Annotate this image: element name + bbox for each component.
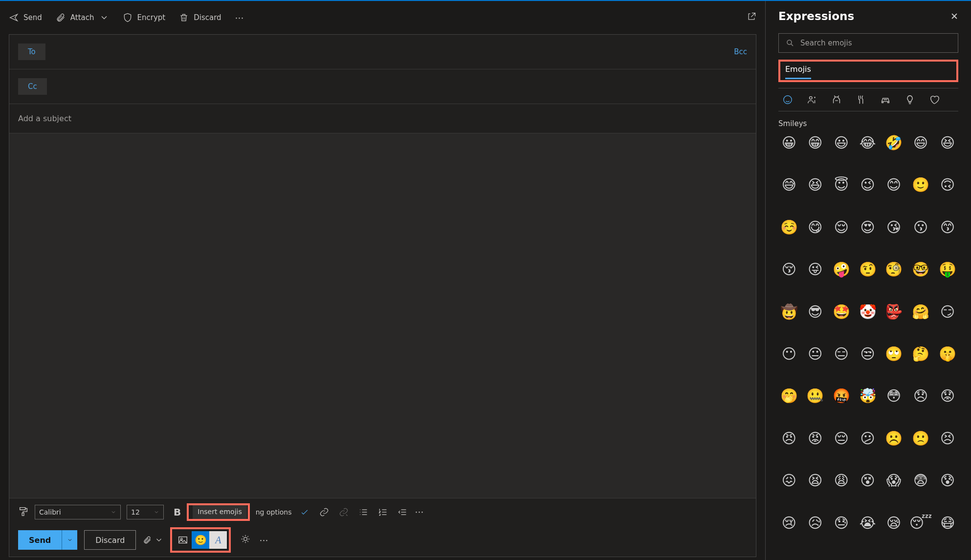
emoji-search-input[interactable]: [800, 39, 951, 47]
emoji-cell[interactable]: 😠: [778, 430, 800, 467]
emoji-cell[interactable]: 😜: [805, 260, 826, 298]
emoji-cell[interactable]: 🤑: [937, 260, 958, 298]
bulleted-list-button[interactable]: [356, 505, 370, 519]
emoji-cell[interactable]: 🤡: [857, 303, 879, 340]
encrypt-button[interactable]: Encrypt: [123, 13, 166, 22]
emoji-cell[interactable]: 😨: [909, 472, 932, 509]
emoji-cell[interactable]: 🤔: [909, 345, 932, 382]
format-more-button[interactable]: ⋯: [415, 507, 425, 517]
emoji-cell[interactable]: ☹️: [883, 430, 905, 467]
emoji-cell[interactable]: 😊: [883, 176, 905, 213]
attach-mini-button[interactable]: [143, 536, 163, 544]
cc-button[interactable]: Cc: [18, 78, 47, 95]
check-format-button[interactable]: [298, 505, 311, 519]
emoji-cell[interactable]: 🤫: [937, 345, 958, 382]
category-objects[interactable]: [905, 94, 915, 105]
emoji-cell[interactable]: 😍: [857, 218, 879, 256]
attach-button[interactable]: Attach: [56, 13, 109, 22]
emoji-cell[interactable]: 😡: [805, 430, 826, 467]
emoji-cell[interactable]: 😁: [805, 134, 826, 171]
emoji-cell[interactable]: 😣: [937, 430, 958, 467]
link-button[interactable]: [317, 505, 331, 519]
emoji-search[interactable]: [778, 33, 958, 53]
emoji-cell[interactable]: 😳: [883, 387, 905, 424]
format-painter-button[interactable]: [18, 506, 29, 518]
emoji-cell[interactable]: 😚: [778, 260, 800, 298]
brightness-button[interactable]: [241, 534, 250, 546]
emoji-cell[interactable]: 😵: [857, 472, 879, 509]
insert-font-button[interactable]: A: [209, 531, 227, 549]
category-travel[interactable]: [880, 94, 891, 105]
emoji-cell[interactable]: 😔: [831, 430, 852, 467]
emoji-cell[interactable]: 🙁: [909, 430, 932, 467]
emoji-cell[interactable]: 🤯: [857, 387, 879, 424]
emoji-cell[interactable]: 😩: [831, 472, 852, 509]
message-body[interactable]: [9, 133, 756, 498]
emoji-cell[interactable]: 😃: [831, 134, 852, 171]
category-animals[interactable]: [831, 94, 842, 105]
emoji-cell[interactable]: 🙄: [883, 345, 905, 382]
emoji-cell[interactable]: 😆: [937, 134, 958, 171]
emoji-cell[interactable]: 😢: [778, 514, 800, 551]
send-top-button[interactable]: Send: [9, 13, 42, 22]
emoji-cell[interactable]: 🤗: [909, 303, 932, 340]
emoji-cell[interactable]: 😇: [831, 176, 852, 213]
emoji-cell[interactable]: 😴: [909, 514, 932, 551]
emojis-tab[interactable]: Emojis: [785, 65, 811, 79]
category-people[interactable]: [807, 94, 817, 105]
emoji-cell[interactable]: 🤓: [909, 260, 932, 298]
emoji-cell[interactable]: 😀: [778, 134, 800, 171]
emoji-cell[interactable]: 😷: [937, 514, 958, 551]
emoji-cell[interactable]: 🤨: [857, 260, 879, 298]
emoji-cell[interactable]: 😌: [831, 218, 852, 256]
close-button[interactable]: ✕: [950, 11, 958, 22]
emoji-cell[interactable]: 😭: [857, 514, 879, 551]
emoji-cell[interactable]: 😐: [805, 345, 826, 382]
insert-picture-button[interactable]: [174, 531, 192, 549]
emoji-cell[interactable]: 😟: [937, 387, 958, 424]
emoji-cell[interactable]: 😱: [883, 472, 905, 509]
formatting-options-partial[interactable]: ng options: [256, 508, 292, 516]
emoji-cell[interactable]: 😥: [805, 514, 826, 551]
bcc-link[interactable]: Bcc: [734, 47, 747, 56]
extras-more-button[interactable]: ⋯: [259, 535, 269, 545]
category-food[interactable]: [856, 94, 866, 105]
emoji-cell[interactable]: 🤩: [831, 303, 852, 340]
font-family-select[interactable]: Calibri: [35, 505, 121, 519]
outdent-button[interactable]: [396, 505, 409, 519]
unlink-button[interactable]: [337, 505, 351, 519]
emoji-cell[interactable]: 😑: [831, 345, 852, 382]
discard-button[interactable]: Discard: [179, 13, 221, 22]
emoji-cell[interactable]: 😎: [805, 303, 826, 340]
emoji-cell[interactable]: 😖: [778, 472, 800, 509]
bold-button[interactable]: B: [170, 506, 185, 518]
discard-bottom-button[interactable]: Discard: [84, 530, 136, 550]
popout-button[interactable]: [747, 12, 756, 23]
emoji-cell[interactable]: ☺️: [778, 218, 800, 256]
insert-emoji-button[interactable]: 🙂: [192, 531, 209, 549]
to-button[interactable]: To: [18, 43, 45, 60]
emoji-cell[interactable]: 👺: [883, 303, 905, 340]
subject-input[interactable]: [18, 114, 747, 123]
emoji-cell[interactable]: 🙃: [937, 176, 958, 213]
category-smileys[interactable]: [782, 94, 793, 105]
emoji-cell[interactable]: 🤭: [778, 387, 800, 424]
emoji-cell[interactable]: 🤪: [831, 260, 852, 298]
emoji-cell[interactable]: 😄: [909, 134, 932, 171]
emoji-cell[interactable]: 😶: [778, 345, 800, 382]
emoji-cell[interactable]: 😪: [883, 514, 905, 551]
send-split-button[interactable]: [62, 530, 77, 550]
emoji-cell[interactable]: 😗: [909, 218, 932, 256]
font-size-select[interactable]: 12: [127, 505, 164, 519]
emoji-cell[interactable]: 😕: [857, 430, 879, 467]
emoji-cell[interactable]: 😏: [937, 303, 958, 340]
emoji-cell[interactable]: 😓: [831, 514, 852, 551]
emoji-cell[interactable]: 😋: [805, 218, 826, 256]
emoji-cell[interactable]: 😅: [778, 176, 800, 213]
emoji-cell[interactable]: 😘: [883, 218, 905, 256]
send-button[interactable]: Send: [18, 530, 77, 550]
emoji-cell[interactable]: 🤠: [778, 303, 800, 340]
emoji-cell[interactable]: 😫: [805, 472, 826, 509]
more-options-button[interactable]: ⋯: [235, 13, 245, 23]
emoji-cell[interactable]: 😞: [909, 387, 932, 424]
